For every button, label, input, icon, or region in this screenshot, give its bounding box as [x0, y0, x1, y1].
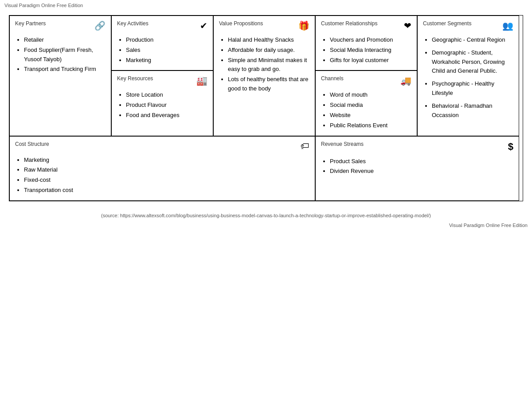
- key-resources-title: Key Resources: [117, 75, 153, 82]
- key-activities-icon: ✔: [200, 20, 207, 31]
- cell-cost-structure-header: Cost Structure 🏷: [15, 141, 309, 151]
- watermark-top: Visual Paradigm Online Free Edition: [0, 0, 532, 11]
- cell-revenue-streams-header: Revenue Streams $: [321, 141, 513, 153]
- cell-customer-relationships: Customer Relationships ❤ Vouchers and Pr…: [315, 16, 417, 70]
- cell-customer-segments: Customer Segments 👥 Geographic - Central…: [417, 16, 519, 136]
- list-item: Halal and Healthy Snacks: [228, 35, 309, 45]
- list-item: Marketing: [24, 156, 309, 165]
- list-item: Marketing: [126, 56, 207, 65]
- list-item: Gifts for loyal customer: [330, 56, 411, 65]
- list-item: Sales: [126, 46, 207, 55]
- revenue-streams-title: Revenue Streams: [321, 141, 364, 147]
- revenue-streams-icon: $: [508, 141, 513, 153]
- canvas-wrapper: Key Partners 🔗 Retailer Food Supplier(Fa…: [0, 11, 532, 210]
- cell-value-propositions-header: Value Propositions 🎁: [219, 20, 309, 31]
- value-propositions-icon: 🎁: [298, 20, 309, 31]
- cost-structure-icon: 🏷: [301, 141, 309, 151]
- list-item: Fixed-cost: [24, 176, 309, 185]
- cell-key-activities-header: Key Activities ✔: [117, 20, 207, 31]
- list-item: Retailer: [24, 35, 106, 45]
- cell-key-partners: Key Partners 🔗 Retailer Food Supplier(Fa…: [9, 16, 111, 136]
- list-item: Geographic - Central Region: [432, 35, 513, 45]
- list-item: Social Media Interacting: [330, 46, 411, 55]
- cell-key-resources: Key Resources 🏭 Store Location Product F…: [111, 70, 213, 136]
- key-partners-icon: 🔗: [94, 20, 106, 31]
- cell-revenue-streams: Revenue Streams $ Product Sales Dividen …: [315, 136, 519, 201]
- channels-icon: 🚚: [400, 75, 411, 86]
- key-activities-list: Production Sales Marketing: [117, 35, 207, 65]
- list-item: Product Sales: [330, 157, 513, 166]
- channels-list: Word of mouth Social media Website Publi…: [321, 90, 411, 130]
- cell-channels-header: Channels 🚚: [321, 75, 411, 86]
- list-item: Product Flavour: [126, 101, 207, 110]
- list-item: Lots of healthy benefits that are good t…: [228, 75, 309, 94]
- customer-segments-title: Customer Segments: [423, 20, 471, 27]
- list-item: Raw Material: [24, 165, 309, 175]
- revenue-streams-list: Product Sales Dividen Revenue: [321, 157, 513, 176]
- cell-key-activities: Key Activities ✔ Production Sales Market…: [111, 16, 213, 70]
- value-propositions-list: Halal and Healthy Snacks Affordable for …: [219, 35, 309, 94]
- cell-value-propositions: Value Propositions 🎁 Halal and Healthy S…: [213, 16, 315, 136]
- list-item: Simple and Minimalist makes it easy to g…: [228, 56, 309, 74]
- cell-cost-structure: Cost Structure 🏷 Marketing Raw Material …: [9, 136, 315, 201]
- list-item: Vouchers and Promotion: [330, 35, 411, 45]
- cost-structure-list: Marketing Raw Material Fixed-cost Transp…: [15, 156, 309, 195]
- list-item: Website: [330, 111, 411, 120]
- key-resources-icon: 🏭: [196, 75, 207, 86]
- list-item: Psychographic - Healthy Lifestyle: [432, 79, 513, 98]
- cost-structure-title: Cost Structure: [15, 141, 49, 147]
- cell-key-resources-header: Key Resources 🏭: [117, 75, 207, 86]
- customer-relationships-title: Customer Relationships: [321, 20, 377, 27]
- list-item: Affordable for daily usage.: [228, 46, 309, 55]
- cell-key-partners-header: Key Partners 🔗: [15, 20, 106, 31]
- list-item: Production: [126, 35, 207, 45]
- bmc-grid: Key Partners 🔗 Retailer Food Supplier(Fa…: [9, 15, 523, 201]
- list-item: Dividen Revenue: [330, 167, 513, 176]
- list-item: Store Location: [126, 90, 207, 100]
- list-item: Public Relations Event: [330, 121, 411, 130]
- list-item: Social media: [330, 101, 411, 110]
- list-item: Word of mouth: [330, 90, 411, 100]
- key-activities-title: Key Activities: [117, 20, 149, 27]
- cell-customer-segments-header: Customer Segments 👥: [423, 20, 513, 31]
- value-propositions-title: Value Propositions: [219, 20, 263, 27]
- watermark-source: (source: https://www.altexsoft.com/blog/…: [0, 210, 532, 221]
- channels-title: Channels: [321, 75, 344, 82]
- customer-segments-icon: 👥: [502, 20, 513, 31]
- watermark-bottom-right: Visual Paradigm Online Free Edition: [0, 221, 532, 230]
- customer-relationships-icon: ❤: [404, 20, 411, 31]
- list-item: Food and Beverages: [126, 111, 207, 120]
- list-item: Food Supplier(Farm Fresh, Yusoof Taiyob): [24, 46, 106, 64]
- list-item: Transport and Trucking Firm: [24, 65, 106, 74]
- key-partners-title: Key Partners: [15, 20, 46, 27]
- cell-channels: Channels 🚚 Word of mouth Social media We…: [315, 70, 417, 136]
- list-item: Transportation cost: [24, 186, 309, 195]
- list-item: Behavioral - Ramadhan Occassion: [432, 102, 513, 120]
- customer-segments-list: Geographic - Central Region Demographic …: [423, 35, 513, 120]
- key-partners-list: Retailer Food Supplier(Farm Fresh, Yusoo…: [15, 35, 106, 74]
- key-resources-list: Store Location Product Flavour Food and …: [117, 90, 207, 120]
- customer-relationships-list: Vouchers and Promotion Social Media Inte…: [321, 35, 411, 65]
- list-item: Demographic - Student, Workaholic Person…: [432, 48, 513, 76]
- cell-customer-relationships-header: Customer Relationships ❤: [321, 20, 411, 31]
